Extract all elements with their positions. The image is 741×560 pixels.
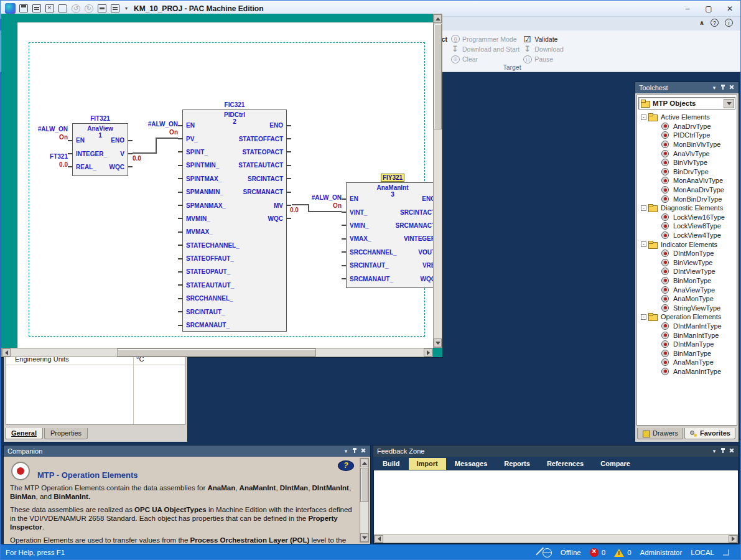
companion-scrollbar-vertical[interactable] xyxy=(360,458,369,543)
clipboard-icon[interactable] xyxy=(111,4,119,12)
toolchest-item[interactable]: PIDCtrlType xyxy=(638,131,735,140)
toolchest-item[interactable]: - Active Elements xyxy=(638,113,735,122)
toolchest-item[interactable]: DIntManIntType xyxy=(638,322,735,331)
feedback-tab[interactable]: References xyxy=(539,458,592,470)
pin-icon[interactable] xyxy=(350,447,359,455)
feedback-content[interactable] xyxy=(373,470,739,544)
info-icon[interactable]: i xyxy=(725,19,733,27)
toolchest-panel: Toolchest ▾ MTP Objects - Active Element… xyxy=(635,82,739,442)
pause-button[interactable]: | |Pause xyxy=(523,55,564,63)
toolchest-item[interactable]: AnaDrvType xyxy=(638,122,735,131)
expander[interactable]: - xyxy=(641,114,646,120)
customize-toolbar-chevron-icon[interactable]: ▾ xyxy=(125,6,128,11)
feedback-tab[interactable]: Compare xyxy=(592,458,638,470)
alw-on-label[interactable]: #ALW_ONOn xyxy=(301,194,342,210)
inspector-tab[interactable]: Properties xyxy=(44,428,88,439)
toolchest-item[interactable]: BinManType xyxy=(638,348,735,358)
output-pin: VOUT xyxy=(347,246,434,259)
maximize-button[interactable]: ▢ xyxy=(698,1,719,16)
save-icon[interactable] xyxy=(19,4,28,12)
print-icon[interactable] xyxy=(98,4,106,12)
toolchest-item[interactable]: AnaVlvType xyxy=(638,149,735,158)
toolchest-item-label: DIntManType xyxy=(672,340,715,348)
feedback-tab[interactable]: Reports xyxy=(496,458,538,470)
save-all-icon[interactable] xyxy=(32,4,41,12)
panel-menu-chevron-icon[interactable]: ▾ xyxy=(710,448,719,454)
panel-menu-chevron-icon[interactable]: ▾ xyxy=(342,448,350,454)
feedback-tab[interactable]: Messages xyxy=(447,458,496,470)
window-title: KM_10_PROJ - PAC Machine Edition xyxy=(134,4,263,13)
download-and-start-icon xyxy=(451,45,460,53)
editor-scrollbar-vertical[interactable] xyxy=(433,14,442,348)
drawer-selector[interactable]: MTP Objects xyxy=(638,97,735,110)
toolchest-item[interactable]: - Operation Elements xyxy=(638,312,735,322)
toolchest-item[interactable]: AnaViewType xyxy=(638,285,735,294)
minimize-button[interactable]: – xyxy=(677,1,698,16)
toolchest-item-label: MonAnaDrvType xyxy=(672,186,725,194)
collapse-ribbon-icon[interactable]: ∧ xyxy=(699,19,704,26)
toolchest-item[interactable]: LockView16Type xyxy=(638,213,735,222)
block-fit321[interactable]: FIT321 AnaView1 ENINTEGER_REAL_ ENOVWQC xyxy=(72,123,128,176)
toolchest-tab[interactable]: Favorites xyxy=(684,428,735,439)
close-panel-icon[interactable] xyxy=(727,447,736,455)
download-and-start-button[interactable]: Download and Start xyxy=(451,45,520,53)
toolchest-item[interactable]: AnaMonType xyxy=(638,294,735,304)
open-folder-icon[interactable] xyxy=(58,4,67,12)
ft321-label[interactable]: FT3210.0 xyxy=(30,153,68,169)
block-fiy321[interactable]: FIY321 AnaManInt3 ENVINT_VMIN_VMAX_SRCCH… xyxy=(346,182,434,288)
toolchest-item[interactable]: DIntViewType xyxy=(638,267,735,276)
input-pin: SRCINTAUT_ xyxy=(183,305,286,318)
toolchest-tab[interactable]: Drawers xyxy=(637,428,683,439)
alw-on-label[interactable]: #ALW_ONOn xyxy=(30,126,68,141)
toolchest-item[interactable]: AnaManIntType xyxy=(638,367,735,376)
toolchest-item[interactable]: MonBinVlvType xyxy=(638,140,735,149)
toolchest-item[interactable]: - Indicator Elements xyxy=(638,240,735,249)
pin-icon[interactable] xyxy=(719,84,727,91)
toolchest-item[interactable]: DIntMonType xyxy=(638,249,735,258)
output-pin: SRCMANACT xyxy=(347,219,434,232)
alw-on-label[interactable]: #ALW_ONOn xyxy=(137,121,178,136)
programmer-mode-button[interactable]: {}Programmer Mode xyxy=(451,35,520,43)
close-document-icon[interactable] xyxy=(45,4,54,12)
close-panel-icon[interactable] xyxy=(359,447,368,455)
editor-scrollbar-horizontal[interactable] xyxy=(1,348,433,357)
panel-menu-chevron-icon[interactable]: ▾ xyxy=(710,85,719,91)
toolchest-item[interactable]: MonBinDrvType xyxy=(638,194,735,203)
validate-button[interactable]: Validate xyxy=(523,35,564,43)
resize-grip[interactable] xyxy=(723,549,729,556)
toolchest-item[interactable]: BinDrvType xyxy=(638,167,735,177)
close-button[interactable]: ✕ xyxy=(719,1,740,16)
help-search-icon[interactable]: ? xyxy=(711,19,719,27)
inspector-tab[interactable]: General xyxy=(5,428,43,439)
toolchest-item[interactable]: AnaManType xyxy=(638,358,735,367)
toolchest-item[interactable]: LockView4Type xyxy=(638,231,735,240)
feedback-scrollbar-horizontal[interactable] xyxy=(374,534,738,543)
toolchest-item[interactable]: BinManIntType xyxy=(638,330,735,340)
toolchest-item[interactable]: MonAnaVlvType xyxy=(638,176,735,185)
toolchest-item[interactable]: BinMonType xyxy=(638,276,735,286)
expander[interactable]: - xyxy=(641,205,646,211)
close-panel-icon[interactable] xyxy=(727,84,736,91)
download-button[interactable]: Download xyxy=(523,45,564,53)
toolchest-item[interactable]: BinVlvType xyxy=(638,158,735,167)
feedback-tab[interactable]: Build xyxy=(375,458,408,470)
toolchest-item[interactable]: StringViewType xyxy=(638,303,735,312)
toolchest-item[interactable]: LockView8Type xyxy=(638,222,735,231)
toolchest-item[interactable]: DIntManType xyxy=(638,340,735,349)
clear-button[interactable]: ◎Clear xyxy=(451,55,520,63)
fbd-canvas[interactable]: FIT321 AnaView1 ENINTEGER_REAL_ ENOVWQC … xyxy=(17,22,434,348)
redo-icon[interactable]: ↻ xyxy=(85,4,93,13)
undo-icon[interactable]: ↺ xyxy=(72,4,80,13)
toolchest-item[interactable]: BinViewType xyxy=(638,258,735,268)
toolchest-item[interactable]: - Diagnostic Elements xyxy=(638,203,735,213)
block-fic321[interactable]: FIC321 PIDCtrl2 ENPV_SPINT_SPINTMIN_SPIN… xyxy=(182,110,287,332)
fbd-editor[interactable]: FIT321 AnaView1 ENINTEGER_REAL_ ENOVWQC … xyxy=(1,14,442,357)
toolchest-item-label: BinVlvType xyxy=(672,159,709,166)
expander[interactable]: - xyxy=(641,241,646,247)
feedback-tab[interactable]: Import xyxy=(409,458,446,470)
drawer-dropdown-button[interactable] xyxy=(724,99,734,108)
expander[interactable]: - xyxy=(641,314,646,320)
toolchest-item[interactable]: MonAnaDrvType xyxy=(638,185,735,195)
pin-icon[interactable] xyxy=(719,447,727,455)
help-icon[interactable]: ? xyxy=(338,460,354,471)
